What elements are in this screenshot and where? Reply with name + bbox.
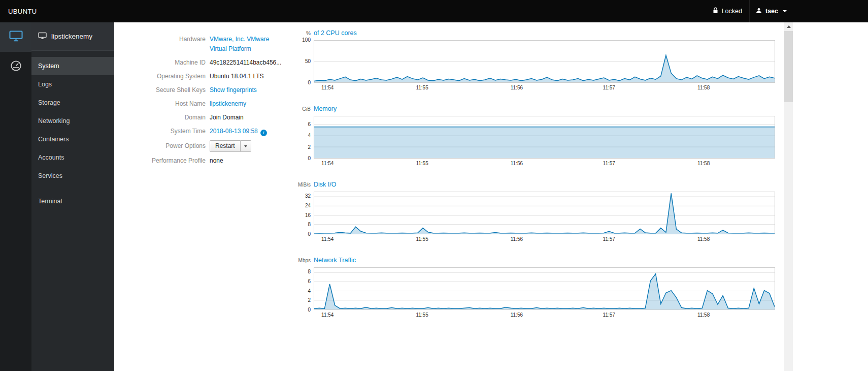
system-info-panel: Hardware VMware, Inc. VMware Virtual Pla…	[114, 22, 289, 371]
host-name-info-label: Host Name	[145, 99, 206, 109]
sidebar-item-services[interactable]: Services	[31, 167, 114, 185]
sidebar: lipstickenemy System Logs Storage Networ…	[31, 22, 114, 371]
memory-chart: GiB Memory 0246 11:5411:5511:5611:5711:5…	[289, 105, 775, 168]
system-time-row: System Time 2018-08-13 09:58i	[145, 127, 289, 136]
cpu-plot-area	[314, 40, 775, 83]
system-time-link[interactable]: 2018-08-13 09:58	[210, 128, 258, 135]
cpu-unit-label: %	[289, 30, 314, 36]
system-time-label: System Time	[145, 127, 206, 136]
power-options-row: Power Options Restart	[145, 140, 289, 152]
host-name-info-row: Host Name lipstickenemy	[145, 99, 289, 109]
ssh-keys-row: Secure Shell Keys Show fingerprints	[145, 85, 289, 95]
info-icon[interactable]: i	[260, 130, 267, 136]
cpu-x-axis-labels: 11:5411:5511:5611:5711:58	[314, 85, 775, 92]
locked-label: Locked	[722, 8, 742, 15]
memory-unit-label: GiB	[289, 106, 314, 112]
arrow-up-icon	[787, 25, 791, 28]
hardware-link[interactable]: VMware, Inc. VMware Virtual Platform	[210, 36, 269, 52]
operating-system-value: Ubuntu 18.04.1 LTS	[210, 72, 264, 81]
memory-chart-title-link[interactable]: Memory	[314, 105, 337, 112]
scrollbar-thumb[interactable]	[784, 31, 793, 102]
network-x-axis-labels: 11:5411:5511:5611:5711:58	[314, 312, 775, 319]
machine-id-value: 49c1822514114bacb456...	[210, 58, 281, 68]
hardware-row: Hardware VMware, Inc. VMware Virtual Pla…	[145, 35, 289, 54]
power-split-button: Restart	[210, 140, 251, 152]
power-dropdown-toggle[interactable]	[241, 140, 251, 152]
disk-io-chart: MiB/s Disk I/O 08162432 11:5411:5511:561…	[289, 181, 775, 243]
network-plot-area	[314, 267, 775, 310]
locked-button[interactable]: Locked	[706, 0, 749, 22]
machine-id-label: Machine ID	[145, 58, 206, 68]
dashboard-button[interactable]	[0, 52, 31, 81]
disk-unit-label: MiB/s	[289, 182, 314, 188]
scroll-up-button[interactable]	[784, 22, 793, 31]
network-y-axis-labels: 02468	[289, 267, 314, 310]
cpu-chart-title-link[interactable]: of 2 CPU cores	[314, 29, 357, 37]
host-name-label: lipstickenemy	[51, 33, 92, 40]
disk-plot-area	[314, 192, 775, 234]
host-machine-button[interactable]	[0, 22, 31, 52]
top-navbar: UBUNTU Locked tsec	[0, 0, 868, 22]
sidebar-item-terminal[interactable]: Terminal	[31, 192, 114, 210]
memory-x-axis-labels: 11:5411:5511:5611:5711:58	[314, 161, 775, 168]
topbar-right-controls: Locked tsec	[706, 0, 793, 22]
disk-x-axis-labels: 11:5411:5511:5611:5711:58	[314, 236, 775, 243]
memory-plot-area	[314, 116, 775, 159]
machines-icon-strip	[0, 22, 31, 371]
power-options-label: Power Options	[145, 141, 206, 151]
network-traffic-chart: Mbps Network Traffic 02468 11:5411:5511:…	[289, 257, 775, 319]
sidebar-menu: System Logs Storage Networking Container…	[31, 51, 114, 210]
host-name-row[interactable]: lipstickenemy	[31, 22, 114, 51]
user-icon	[756, 8, 762, 15]
ssh-keys-label: Secure Shell Keys	[145, 85, 206, 95]
lock-icon	[713, 7, 718, 15]
performance-profile-label: Performance Profile	[145, 156, 206, 166]
chevron-down-icon	[244, 145, 247, 147]
sidebar-item-logs[interactable]: Logs	[31, 75, 114, 94]
edit-hostname-link[interactable]: lipstickenemy	[210, 100, 246, 107]
user-menu-button[interactable]: tsec	[749, 0, 793, 22]
show-fingerprints-link[interactable]: Show fingerprints	[210, 86, 257, 94]
sidebar-item-containers[interactable]: Containers	[31, 130, 114, 148]
brand-label: UBUNTU	[8, 8, 37, 15]
machine-id-row: Machine ID 49c1822514114bacb456...	[145, 58, 289, 68]
cpu-y-axis-labels: 050100	[289, 40, 314, 83]
server-monitor-icon	[9, 30, 23, 44]
system-page: Hardware VMware, Inc. VMware Virtual Pla…	[114, 22, 784, 371]
disk-chart-title-link[interactable]: Disk I/O	[314, 181, 336, 188]
disk-y-axis-labels: 08162432	[289, 192, 314, 234]
hardware-label: Hardware	[145, 35, 206, 44]
restart-button[interactable]: Restart	[210, 140, 241, 152]
host-icon	[38, 32, 47, 41]
domain-label: Domain	[145, 113, 206, 122]
operating-system-label: Operating System	[145, 72, 206, 81]
vertical-scrollbar[interactable]	[784, 22, 793, 371]
sidebar-item-networking[interactable]: Networking	[31, 112, 114, 130]
chevron-down-icon	[783, 10, 787, 12]
charts-panel: % of 2 CPU cores 050100 11:5411:5511:561…	[289, 22, 784, 371]
join-domain-action[interactable]: Join Domain	[210, 113, 244, 122]
performance-profile-value: none	[210, 156, 223, 166]
network-chart-title-link[interactable]: Network Traffic	[314, 257, 356, 264]
sidebar-item-system[interactable]: System	[31, 57, 114, 75]
memory-y-axis-labels: 0246	[289, 116, 314, 159]
operating-system-row: Operating System Ubuntu 18.04.1 LTS	[145, 72, 289, 81]
gauge-icon	[10, 60, 22, 74]
network-unit-label: Mbps	[289, 258, 314, 263]
performance-profile-row: Performance Profile none	[145, 156, 289, 166]
domain-row: Domain Join Domain	[145, 113, 289, 122]
cpu-usage-chart: % of 2 CPU cores 050100 11:5411:5511:561…	[289, 29, 775, 92]
username-label: tsec	[765, 8, 778, 15]
sidebar-item-storage[interactable]: Storage	[31, 94, 114, 112]
sidebar-item-accounts[interactable]: Accounts	[31, 148, 114, 167]
